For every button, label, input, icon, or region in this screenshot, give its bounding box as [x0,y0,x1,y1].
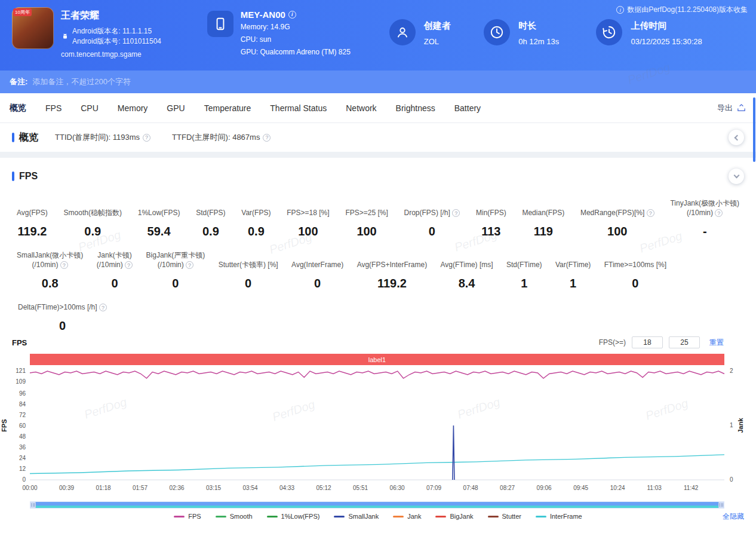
help-icon[interactable]: ? [452,209,460,217]
tab-Brightness[interactable]: Brightness [396,103,435,113]
note-input[interactable]: 添加备注，不超过200个字符 [32,76,746,87]
tab-Thermal Status[interactable]: Thermal Status [270,103,327,113]
svg-text:07:09: 07:09 [426,485,441,491]
overview-section: 概览 TTID(首屏时间): 1193ms ? TTFD(主屏时间): 4867… [0,123,756,158]
fps-collapse-button[interactable] [729,169,744,184]
reset-link[interactable]: 重置 [709,338,724,348]
help-icon[interactable]: ? [143,134,150,142]
metric-value: 119.2 [17,225,48,238]
fps-threshold-input-2[interactable] [669,336,700,348]
overview-title: 概览 [19,131,38,144]
legend-label: InterFrame [550,513,582,520]
fps-chart[interactable]: 01224364860728496109121012FPSJank00:0000… [0,365,756,499]
android-version-code: Android版本号: 1101011504 [72,36,161,47]
legend-swatch [216,516,226,517]
legend-Jank[interactable]: Jank [393,513,421,520]
person-icon [389,19,416,45]
tab-Temperature[interactable]: Temperature [204,103,251,113]
legend-BigJank[interactable]: BigJank [435,513,473,520]
svg-text:11:03: 11:03 [647,485,662,491]
export-button[interactable]: 导出 [717,103,746,114]
metric-label: Min(FPS) [476,208,506,218]
upload-time-value: 03/12/2025 15:30:28 [631,37,702,46]
legend-FPS[interactable]: FPS [174,513,201,520]
fps-section-title: FPS [19,171,38,182]
legend-InterFrame[interactable]: InterFrame [536,513,582,520]
svg-text:1: 1 [730,422,733,428]
svg-text:09:06: 09:06 [537,485,552,491]
help-icon[interactable]: ? [647,209,654,217]
upload-block: 上传时间 03/12/2025 15:30:28 [596,19,744,71]
svg-text:01:18: 01:18 [96,485,111,491]
collect-note: i 数据由PerfDog(11.2.250408)版本收集 [616,5,748,15]
duration-value: 0h 12m 13s [518,37,559,46]
metric-FTime>=100ms [%]: FTime>=100ms [%]0 [604,260,666,290]
svg-text:05:12: 05:12 [316,485,331,491]
svg-text:07:48: 07:48 [463,485,478,491]
help-icon[interactable]: ? [715,209,723,217]
tab-概览[interactable]: 概览 [10,103,26,114]
fps-threshold-input-1[interactable] [632,336,663,348]
tab-Network[interactable]: Network [346,103,376,113]
metric-BigJank(严重卡顿): BigJank(严重卡顿)(/10min) ?0 [146,250,205,290]
metric-label: MedRange(FPS)[%] ? [580,208,654,218]
help-icon[interactable]: ? [60,261,68,269]
tab-CPU[interactable]: CPU [81,103,99,113]
legend-swatch [393,516,404,517]
metric-label: FPS>=25 [%] [345,208,388,218]
metric-label: Std(FPS) [196,208,225,218]
metric-label: Jank(卡顿)(/10min) ? [97,250,133,270]
legend-swatch [334,516,345,517]
svg-text:FPS: FPS [1,419,8,431]
range-right-handle[interactable] [718,502,724,508]
legend-Stutter[interactable]: Stutter [488,513,521,520]
hide-all-link[interactable]: 全隐藏 [723,512,744,522]
svg-text:0: 0 [730,476,733,483]
page-scrollbar-thumb[interactable] [753,97,755,162]
tab-GPU[interactable]: GPU [167,103,185,113]
metric-value: 100 [580,225,654,238]
svg-text:01:57: 01:57 [133,485,147,491]
svg-text:60: 60 [19,422,26,429]
help-icon[interactable]: ? [263,134,271,142]
overview-expand-button[interactable] [729,130,744,145]
chart-range-scrollbar[interactable] [30,501,724,509]
game-block: 10周年 王者荣耀 Android版本名: 11.1.1.15 Android版… [12,7,207,71]
metric-row: Delta(FTime)>100ms [/h] ?0 [0,302,756,333]
chart-region-banner: label1 [30,354,724,365]
legend-swatch [174,516,185,517]
range-left-handle[interactable] [30,502,36,508]
svg-text:24: 24 [19,455,26,461]
tab-Battery[interactable]: Battery [454,103,481,113]
legend-swatch [536,516,546,517]
metric-value: 0.9 [241,225,271,238]
metric-value: 0.8 [17,277,83,290]
metric-Avg(FPS): Avg(FPS)119.2 [17,208,48,238]
help-icon[interactable]: ? [99,304,107,311]
android-version-name: Android版本名: 11.1.1.15 [72,26,161,36]
svg-text:12: 12 [19,466,26,472]
legend-1%Low(FPS)[interactable]: 1%Low(FPS) [267,513,320,520]
svg-text:00:00: 00:00 [22,485,37,491]
metric-value: 0.9 [196,225,225,238]
range-fill[interactable] [36,502,718,508]
legend-label: Stutter [502,513,521,520]
metric-Min(FPS): Min(FPS)113 [476,208,506,238]
creator-block: 创建者 ZOL [389,19,484,71]
device-info-icon[interactable]: i [288,11,296,19]
tab-FPS[interactable]: FPS [45,103,62,113]
svg-text:03:15: 03:15 [206,485,221,491]
help-icon[interactable]: ? [125,261,133,269]
tab-Memory[interactable]: Memory [118,103,148,113]
ttfd-value: TTFD(主屏时间): 4867ms [172,132,260,143]
metric-Std(FTime): Std(FTime)1 [506,260,542,290]
header: i 数据由PerfDog(11.2.250408)版本收集 10周年 王者荣耀 … [0,0,756,71]
metric-Var(FTime): Var(FTime)1 [555,260,591,290]
creator-label: 创建者 [424,20,451,32]
svg-text:02:36: 02:36 [170,485,185,491]
legend-SmallJank[interactable]: SmallJank [334,513,379,520]
help-icon[interactable]: ? [186,261,193,269]
metric-label: Smooth(稳帧指数) [64,208,122,218]
legend-Smooth[interactable]: Smooth [216,513,253,520]
tab-bar: 概览FPSCPUMemoryGPUTemperatureThermal Stat… [0,93,756,123]
